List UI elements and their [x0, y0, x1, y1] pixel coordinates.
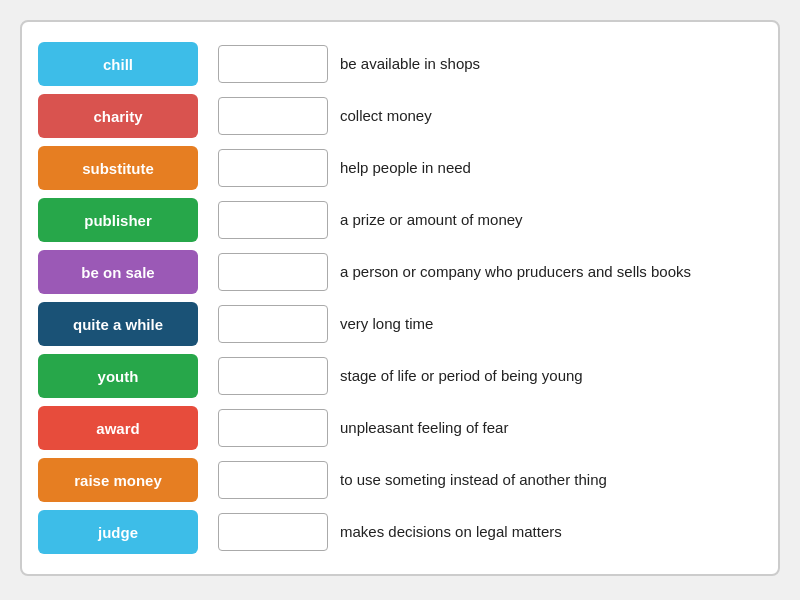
main-container: chillcharitysubstitutepublisherbe on sal… [20, 20, 780, 576]
match-row-6: very long time [218, 302, 762, 346]
match-input-4[interactable] [218, 201, 328, 239]
match-row-1: be available in shops [218, 42, 762, 86]
definition-text-4: a prize or amount of money [340, 210, 523, 230]
word-btn-substitute[interactable]: substitute [38, 146, 198, 190]
definition-text-5: a person or company who pruducers and se… [340, 262, 691, 282]
word-btn-quite-a-while[interactable]: quite a while [38, 302, 198, 346]
word-btn-youth[interactable]: youth [38, 354, 198, 398]
match-row-9: to use someting instead of another thing [218, 458, 762, 502]
match-input-1[interactable] [218, 45, 328, 83]
match-input-9[interactable] [218, 461, 328, 499]
definition-text-7: stage of life or period of being young [340, 366, 583, 386]
match-row-7: stage of life or period of being young [218, 354, 762, 398]
word-btn-charity[interactable]: charity [38, 94, 198, 138]
match-row-10: makes decisions on legal matters [218, 510, 762, 554]
match-input-5[interactable] [218, 253, 328, 291]
match-row-2: collect money [218, 94, 762, 138]
definition-text-8: unpleasant feeling of fear [340, 418, 508, 438]
word-btn-judge[interactable]: judge [38, 510, 198, 554]
definition-text-3: help people in need [340, 158, 471, 178]
match-input-2[interactable] [218, 97, 328, 135]
match-input-8[interactable] [218, 409, 328, 447]
definition-text-10: makes decisions on legal matters [340, 522, 562, 542]
match-input-3[interactable] [218, 149, 328, 187]
word-btn-chill[interactable]: chill [38, 42, 198, 86]
word-btn-award[interactable]: award [38, 406, 198, 450]
right-column: be available in shopscollect moneyhelp p… [218, 42, 762, 554]
match-row-3: help people in need [218, 146, 762, 190]
match-input-6[interactable] [218, 305, 328, 343]
match-row-5: a person or company who pruducers and se… [218, 250, 762, 294]
word-btn-publisher[interactable]: publisher [38, 198, 198, 242]
definition-text-2: collect money [340, 106, 432, 126]
left-column: chillcharitysubstitutepublisherbe on sal… [38, 42, 198, 554]
match-input-7[interactable] [218, 357, 328, 395]
definition-text-6: very long time [340, 314, 433, 334]
match-input-10[interactable] [218, 513, 328, 551]
match-row-8: unpleasant feeling of fear [218, 406, 762, 450]
match-row-4: a prize or amount of money [218, 198, 762, 242]
definition-text-1: be available in shops [340, 54, 480, 74]
word-btn-be-on-sale[interactable]: be on sale [38, 250, 198, 294]
definition-text-9: to use someting instead of another thing [340, 470, 607, 490]
word-btn-raise-money[interactable]: raise money [38, 458, 198, 502]
